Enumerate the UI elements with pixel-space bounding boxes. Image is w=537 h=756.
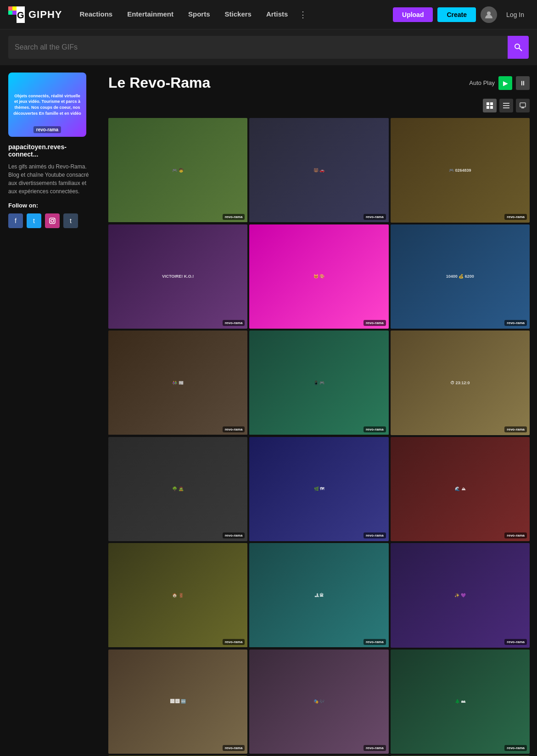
gif-watermark: revo-rama [223,532,245,538]
svg-rect-12 [487,102,489,105]
nav-reactions[interactable]: Reactions [73,7,119,22]
gif-section: Le Revo-Rama Auto Play ▶ ⏸ [101,65,537,756]
create-button[interactable]: Create [437,7,476,22]
search-wrapper [8,36,529,59]
user-icon [485,11,493,19]
gif-item[interactable]: 🏞 🏛 revo-rama [249,543,388,648]
svg-rect-1 [12,6,17,11]
gif-item[interactable]: 📱 🎮 revo-rama [249,330,388,435]
gif-watermark: revo-rama [223,426,245,432]
gif-item[interactable]: 🌊 ⛰ revo-rama [391,437,530,542]
gif-item[interactable]: 🌳 🧟 revo-rama [108,437,247,542]
gif-inner-content: 🎮 0264839 [447,166,473,174]
autoplay-label: Auto Play [469,79,495,86]
svg-text:G: G [17,10,24,20]
gif-inner-content: 🌊 ⛰ [453,485,467,493]
gif-inner-content: 🏠 🚪 [170,591,185,599]
gif-inner-content: 👫 📰 [170,379,185,387]
svg-rect-19 [520,103,526,107]
sidebar: Objets connectés, réalité virtuelle et j… [0,65,101,756]
autoplay-pause-button[interactable]: ⏸ [516,76,530,90]
gif-watermark: revo-rama [504,745,527,751]
autoplay-play-button[interactable]: ▶ [498,76,512,90]
upload-button[interactable]: Upload [393,7,433,22]
nav-more-button[interactable]: ⋮ [296,8,310,22]
gif-inner-content: 🏞 🏛 [313,591,326,599]
nav-sports[interactable]: Sports [182,7,217,22]
gif-inner-content: 🎭 🎶 [312,697,327,706]
gif-item[interactable]: 🎮 🧒 revo-rama [108,118,247,223]
social-tumblr[interactable]: t [63,213,78,228]
site-header: G GIPHY Reactions Entertainment Sports S… [0,0,537,29]
svg-point-6 [487,11,491,15]
gif-inner-content: 🐻 🚗 [312,166,327,174]
login-button[interactable]: Log In [502,8,529,21]
sidebar-follow-label: Follow on: [8,202,93,209]
search-icon [514,43,522,51]
sidebar-banner-logo: revo-rama [34,126,61,133]
gif-inner-content: 🐱 🎨 [312,272,327,280]
logo-text: GIPHY [28,9,62,21]
tv-view-button[interactable] [516,99,530,112]
svg-rect-3 [12,11,17,15]
svg-rect-9 [50,218,55,224]
gif-watermark: revo-rama [504,320,527,326]
main-nav: Reactions Entertainment Sports Stickers … [73,7,393,22]
gif-item[interactable]: VICTOIRE! K.O.! revo-rama [108,224,247,329]
gif-item[interactable]: 🎮 0264839 revo-rama [391,118,530,223]
logo[interactable]: G GIPHY [8,6,62,23]
gif-watermark: revo-rama [223,745,245,751]
svg-point-7 [515,44,520,49]
gif-item[interactable]: ✨ 💜 revo-rama [391,543,530,648]
gif-inner-content: 🎮 🧒 [170,166,185,174]
sidebar-social: f t t [8,213,93,228]
list-view-button[interactable] [499,99,513,112]
gif-item[interactable]: 🌲 🏘 revo-rama [391,650,530,754]
gif-item[interactable]: 🎭 🎶 revo-rama [249,650,388,754]
gif-inner-content: 🅰 🅱 🆕 [168,697,188,706]
gif-item[interactable]: 🐱 🎨 revo-rama [249,224,388,329]
gif-watermark: revo-rama [364,320,386,326]
gif-inner-content: 10400 💰 6200 [444,272,476,280]
search-button[interactable] [508,36,529,59]
gif-item[interactable]: 🐻 🚗 revo-rama [249,118,388,223]
gif-item[interactable]: 🌿 🗺 revo-rama [249,437,388,542]
user-avatar[interactable] [481,6,497,23]
grid-view-button[interactable] [483,99,497,112]
gif-watermark: revo-rama [223,639,245,645]
gif-watermark: revo-rama [364,745,386,751]
gif-watermark: revo-rama [364,426,386,432]
svg-rect-17 [503,105,509,106]
social-instagram[interactable] [45,213,60,228]
search-input[interactable] [15,43,508,51]
svg-rect-13 [490,102,493,105]
svg-rect-18 [503,107,509,108]
svg-rect-20 [521,107,524,108]
gif-item[interactable]: 🅰 🅱 🆕 revo-rama [108,650,247,754]
gif-item[interactable]: 👫 📰 revo-rama [108,330,247,435]
nav-stickers[interactable]: Stickers [218,7,258,22]
nav-artists[interactable]: Artists [260,7,295,22]
gif-item[interactable]: ⏱ 23:12:0 revo-rama [391,330,530,435]
tv-icon [520,102,526,109]
gif-item[interactable]: 10400 💰 6200 revo-rama [391,224,530,329]
svg-rect-15 [490,106,493,109]
gif-watermark: revo-rama [504,639,527,645]
main-content: Objets connectés, réalité virtuelle et j… [0,65,537,756]
instagram-icon [49,218,56,224]
svg-point-10 [51,219,54,222]
gif-section-header: Le Revo-Rama Auto Play ▶ ⏸ [108,74,530,91]
gif-watermark: revo-rama [223,320,245,326]
gif-watermark: revo-rama [364,214,386,220]
svg-line-8 [519,48,522,51]
svg-rect-14 [487,106,489,109]
gif-item[interactable]: 🏠 🚪 revo-rama [108,543,247,648]
social-twitter[interactable]: t [27,213,41,228]
svg-rect-0 [8,6,12,11]
gif-watermark: revo-rama [504,426,527,432]
social-facebook[interactable]: f [8,213,23,228]
gif-watermark: revo-rama [223,214,245,220]
gif-watermark: revo-rama [504,214,527,220]
sidebar-banner: Objets connectés, réalité virtuelle et j… [8,73,86,137]
nav-entertainment[interactable]: Entertainment [121,7,180,22]
